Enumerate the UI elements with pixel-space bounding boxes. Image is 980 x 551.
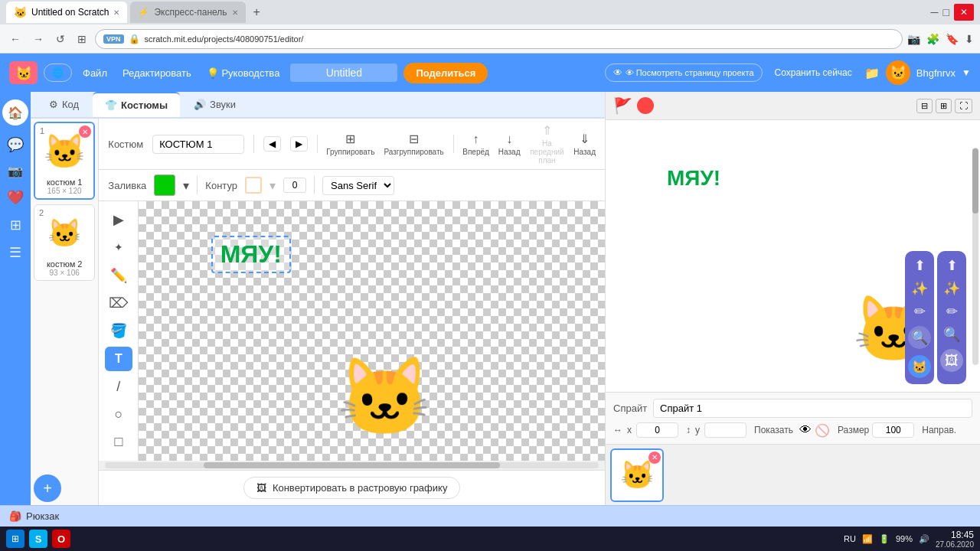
next-costume-button[interactable]: ▶ [290,136,308,152]
bookmark-icon[interactable]: 🔖 [946,33,959,45]
apps-button[interactable]: ⊞ [74,31,90,47]
stage-scrollbar[interactable] [972,148,978,365]
active-tab[interactable]: 🐱 Untitled on Scratch ✕ [6,2,127,23]
ungroup-button[interactable]: ⊟ Разгруппировать [384,132,443,156]
hide-icon[interactable]: 🚫 [815,423,830,438]
x-input[interactable] [636,422,678,438]
upload-backdrop-button[interactable]: ⬆ [946,257,958,274]
extensions-icon[interactable]: 🧩 [926,33,939,45]
prev-costume-button[interactable]: ◀ [263,136,281,152]
tab-code[interactable]: ⚙ Код [37,92,91,117]
small-stage-button[interactable]: ⊟ [916,99,933,113]
outline-label: Контур [205,180,237,191]
full-stage-button[interactable]: ⛶ [955,99,972,113]
line-tool-button[interactable]: / [105,374,132,399]
close-button[interactable]: ✕ [954,4,974,21]
windows-icon[interactable]: ⊞ [6,530,24,548]
instagram-icon[interactable]: 📷 [8,164,23,178]
project-title-input[interactable] [290,64,397,82]
circle-tool-button[interactable]: ○ [105,402,132,426]
backdrop-add-button[interactable]: 🖼 [940,349,963,372]
outline-dropdown-icon[interactable]: ▾ [270,178,276,193]
text-tool-button[interactable]: T [105,347,132,371]
tab2-close[interactable]: ✕ [232,8,238,17]
canvas-main[interactable]: МЯУ! 🐱 [139,201,605,461]
add-costume-button[interactable]: + [34,474,61,502]
screenshot-icon[interactable]: 📷 [907,33,920,45]
outline-num-input[interactable] [283,178,306,193]
download-icon[interactable]: ⬇ [965,33,974,45]
heart-icon[interactable]: ❤️ [7,189,24,206]
fill-tool-button[interactable]: 🪣 [105,318,132,343]
costume-item-2[interactable]: 2 🐱 костюм 2 93 × 106 [34,204,95,281]
tab-sounds[interactable]: 🔊 Звуки [181,92,248,117]
transform-tool-button[interactable]: ✦ [105,235,132,259]
font-select[interactable]: Sans Serif [322,176,394,195]
show-eye-icon[interactable]: 👁 [799,423,812,437]
costume-name-input[interactable] [152,135,244,154]
save-button[interactable]: Сохранить сейчас [769,64,858,81]
file-menu-button[interactable]: Файл [78,64,112,82]
search-sprite-button[interactable]: 🔍 [908,326,931,349]
scratch-logo[interactable]: 🐱 [9,61,38,84]
address-bar[interactable]: VPN 🔒 scratch.mit.edu/projects/408090751… [95,29,903,49]
folder-icon[interactable]: 📁 [864,66,880,80]
group-button[interactable]: ⊞ Группировать [326,132,374,156]
costume-item-1[interactable]: 1 ✕ 🐱 костюм 1 165 × 120 [34,122,95,200]
view-project-button[interactable]: 👁 👁 Посмотреть страницу проекта [605,64,763,82]
forward-button[interactable]: → [29,31,47,47]
magic-sprite-button[interactable]: ✨ [911,280,928,297]
backpack-bar[interactable]: 🎒 Рюкзак [0,505,980,527]
cat-add-button[interactable]: 🐱 [908,355,931,378]
sprite1-delete-button[interactable]: ✕ [648,452,661,464]
maximize-button[interactable]: □ [943,6,949,18]
search-backdrop-button[interactable]: 🔍 [943,326,960,343]
grid-icon[interactable]: ⊞ [10,217,21,233]
paint-sprite-button[interactable]: ✏ [914,303,926,320]
magic-backdrop-button[interactable]: ✨ [943,280,960,297]
username-button[interactable]: Bhgfnrvx [916,67,956,79]
back2-button[interactable]: ⇓ Назад [573,132,596,156]
y-input[interactable] [704,422,746,438]
topbar-dropdown-icon[interactable]: ▼ [962,67,971,78]
tab-costumes[interactable]: 👕 Костюмы [93,92,180,117]
tab1-close[interactable]: ✕ [113,8,119,17]
forward-button[interactable]: ↑ Вперёд [462,132,489,156]
list-icon[interactable]: ☰ [9,244,21,261]
fill-dropdown-icon[interactable]: ▾ [183,178,189,193]
front-button[interactable]: ⇑ На передний план [530,123,565,165]
message-icon[interactable]: 💬 [7,136,24,153]
text-element[interactable]: МЯУ! [211,236,291,273]
select-tool-button[interactable]: ▶ [105,207,132,232]
brush-tool-button[interactable]: ✏️ [105,263,132,288]
fill-color-swatch[interactable] [154,174,175,196]
costume2-size: 93 × 106 [38,269,91,277]
canvas-scrollbar[interactable] [105,462,599,468]
backward-button[interactable]: ↓ Назад [498,132,521,156]
rect-tool-button[interactable]: □ [105,430,132,455]
sprite-thumb-1[interactable]: 🐱 ✕ [610,448,664,502]
tips-menu-button[interactable]: 💡 Руководства [202,64,285,82]
share-button[interactable]: Поделиться [403,63,488,83]
new-tab-button[interactable]: + [249,4,265,21]
reload-button[interactable]: ↺ [52,31,69,47]
lock-icon: 🔒 [129,34,140,44]
paint-backdrop-button[interactable]: ✏ [946,303,958,320]
inactive-tab[interactable]: ⚡ Экспресс-панель ✕ [130,2,245,23]
outline-color-swatch[interactable] [245,177,262,194]
back-button[interactable]: ← [6,31,24,47]
minimize-button[interactable]: ─ [931,6,939,18]
home-icon[interactable]: 🏠 [2,99,28,126]
edit-menu-button[interactable]: Редактировать [118,64,196,82]
sprite-name-input[interactable] [653,399,972,418]
globe-button[interactable]: 🌐 [44,64,72,82]
stop-button[interactable] [637,97,654,114]
opera-icon[interactable]: O [52,530,70,548]
normal-stage-button[interactable]: ⊞ [936,99,952,113]
eraser-tool-button[interactable]: ⌦ [105,291,132,315]
upload-sprite-button[interactable]: ⬆ [914,257,926,274]
skype-icon[interactable]: S [29,530,47,548]
size-input[interactable] [872,422,914,438]
green-flag-button[interactable]: 🚩 [613,96,632,115]
convert-button[interactable]: 🖼 Конвертировать в растровую графику [243,477,461,499]
